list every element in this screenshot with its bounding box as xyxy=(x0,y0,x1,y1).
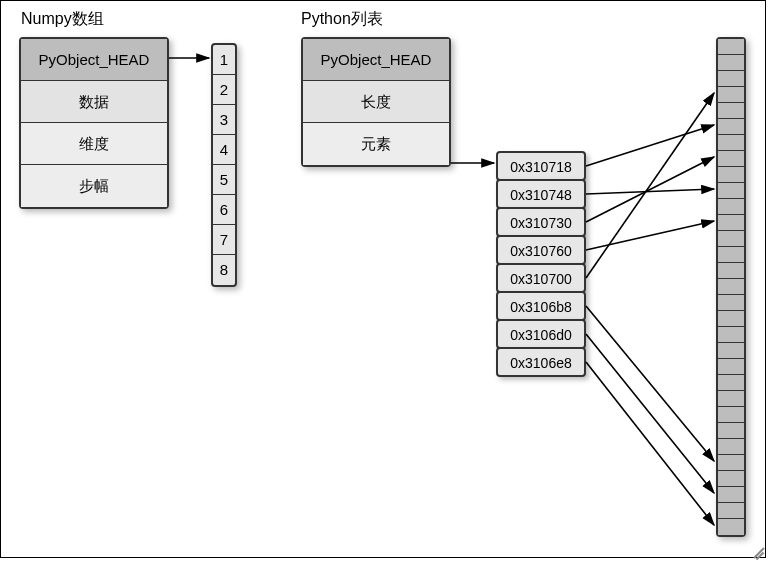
svg-line-9 xyxy=(586,362,714,525)
memory-cell xyxy=(718,103,744,119)
contiguous-cell: 3 xyxy=(213,105,235,135)
memory-cell xyxy=(718,247,744,263)
contiguous-cell: 4 xyxy=(213,135,235,165)
diagram-canvas: Numpy数组 Python列表 PyObject_HEAD 数据 维度 步幅 … xyxy=(0,0,766,558)
memory-cell xyxy=(718,39,744,55)
memory-strip xyxy=(716,37,746,537)
memory-cell xyxy=(718,327,744,343)
svg-line-7 xyxy=(586,306,714,461)
numpy-dims-cell: 维度 xyxy=(21,123,167,165)
svg-line-2 xyxy=(586,125,714,166)
svg-line-3 xyxy=(586,189,714,194)
memory-cell xyxy=(718,439,744,455)
address-cell: 0x310748 xyxy=(496,179,586,209)
pylist-head-cell: PyObject_HEAD xyxy=(303,39,449,81)
memory-cell xyxy=(718,295,744,311)
memory-cell xyxy=(718,487,744,503)
memory-cell xyxy=(718,279,744,295)
memory-cell xyxy=(718,151,744,167)
address-cell: 0x310760 xyxy=(496,235,586,265)
memory-cell xyxy=(718,135,744,151)
contiguous-cell: 8 xyxy=(213,255,235,285)
numpy-strides-cell: 步幅 xyxy=(21,165,167,207)
contiguous-cell: 2 xyxy=(213,75,235,105)
memory-cell xyxy=(718,167,744,183)
memory-cell xyxy=(718,119,744,135)
contiguous-cell: 6 xyxy=(213,195,235,225)
numpy-struct: PyObject_HEAD 数据 维度 步幅 xyxy=(19,37,169,209)
memory-cell xyxy=(718,263,744,279)
memory-cell xyxy=(718,55,744,71)
numpy-title: Numpy数组 xyxy=(21,9,104,30)
memory-cell xyxy=(718,71,744,87)
address-cell: 0x310700 xyxy=(496,263,586,293)
resize-corner-icon xyxy=(752,544,766,558)
memory-cell xyxy=(718,231,744,247)
pylist-title: Python列表 xyxy=(301,9,383,30)
pylist-struct: PyObject_HEAD 长度 元素 xyxy=(301,37,451,167)
address-cell: 0x310718 xyxy=(496,151,586,181)
memory-cell xyxy=(718,503,744,519)
contiguous-data-column: 12345678 xyxy=(211,43,237,287)
memory-cell xyxy=(718,391,744,407)
numpy-head-cell: PyObject_HEAD xyxy=(21,39,167,81)
pylist-length-cell: 长度 xyxy=(303,81,449,123)
address-cell: 0x310730 xyxy=(496,207,586,237)
memory-cell xyxy=(718,87,744,103)
memory-cell xyxy=(718,423,744,439)
contiguous-cell: 7 xyxy=(213,225,235,255)
numpy-data-cell: 数据 xyxy=(21,81,167,123)
memory-cell xyxy=(718,215,744,231)
svg-line-8 xyxy=(586,334,714,493)
memory-cell xyxy=(718,519,744,535)
address-cell: 0x3106d0 xyxy=(496,319,586,349)
pylist-items-cell: 元素 xyxy=(303,123,449,165)
memory-cell xyxy=(718,359,744,375)
contiguous-cell: 1 xyxy=(213,45,235,75)
svg-line-5 xyxy=(586,221,714,250)
address-cell: 0x3106e8 xyxy=(496,347,586,377)
memory-cell xyxy=(718,199,744,215)
memory-cell xyxy=(718,471,744,487)
memory-cell xyxy=(718,343,744,359)
svg-line-4 xyxy=(586,157,714,222)
svg-line-6 xyxy=(586,93,714,278)
memory-cell xyxy=(718,311,744,327)
memory-cell xyxy=(718,455,744,471)
memory-cell xyxy=(718,407,744,423)
address-column: 0x3107180x3107480x3107300x3107600x310700… xyxy=(496,151,586,375)
memory-cell xyxy=(718,183,744,199)
memory-cell xyxy=(718,375,744,391)
contiguous-cell: 5 xyxy=(213,165,235,195)
address-cell: 0x3106b8 xyxy=(496,291,586,321)
